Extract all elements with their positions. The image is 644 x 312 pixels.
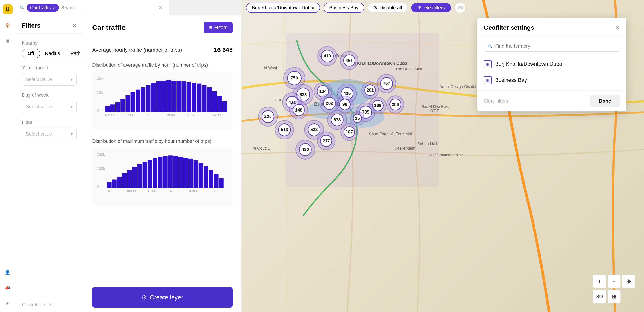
day-of-week-label: Day of week (22, 92, 77, 98)
cluster-0[interactable]: 419 (318, 46, 337, 66)
nearby-radius-btn[interactable]: Radius (40, 49, 65, 58)
filters-btn-icon: ≡ (209, 25, 212, 30)
car-traffic-tag[interactable]: Car traffic ✕ (27, 4, 59, 12)
svg-text:10:00: 10:00 (148, 189, 156, 193)
nearby-path-btn[interactable]: Path (65, 49, 86, 58)
geo-tag-business-bay[interactable]: Business Bay (324, 3, 364, 13)
geofilter-header: Geofilter settings ✕ (477, 18, 626, 36)
svg-text:15:00: 15:00 (166, 113, 175, 117)
svg-rect-4 (110, 104, 115, 112)
cluster-18[interactable]: 513 (275, 120, 294, 139)
minimize-button[interactable]: — (147, 4, 155, 12)
svg-rect-20 (192, 83, 196, 112)
svg-text:06:00: 06:00 (127, 189, 136, 193)
location-button[interactable]: ◈ (622, 275, 635, 288)
geofilter-title: Geofilter settings (484, 24, 534, 31)
svg-rect-12 (151, 83, 156, 112)
cluster-inner-9: 202 (323, 97, 336, 110)
create-layer-icon: ⊙ (142, 294, 147, 301)
svg-text:07:00: 07:00 (126, 113, 134, 117)
cluster-inner-21: 217 (320, 135, 332, 147)
sidebar-home-icon[interactable]: 🏠 (3, 21, 12, 30)
cluster-7[interactable]: 757 (377, 74, 396, 93)
disable-all-label: Disable all (380, 5, 402, 11)
geofilter-item-business-bay[interactable]: ▦ Business Bay (484, 72, 620, 88)
svg-rect-19 (187, 82, 191, 112)
svg-rect-49 (173, 156, 178, 188)
disable-icon: ⊘ (374, 5, 377, 11)
svg-rect-37 (112, 179, 117, 188)
filters-title: Filters (22, 22, 40, 29)
geofilter-clear-button[interactable]: Clear filters (484, 98, 508, 104)
clear-filters-icon: ✕ (48, 302, 52, 307)
3d-mode-button[interactable]: 3D (593, 290, 606, 303)
nearby-off-btn[interactable]: Off (22, 49, 40, 58)
geofilters-button[interactable]: ▼ Geofilters (411, 3, 451, 12)
sidebar-user-icon[interactable]: 👤 (3, 268, 12, 277)
svg-rect-3 (105, 106, 110, 112)
cluster-17[interactable]: 25 (350, 111, 364, 126)
svg-rect-47 (163, 156, 167, 188)
cluster-inner-12: 309 (390, 99, 401, 110)
cluster-12[interactable]: 309 (386, 95, 404, 113)
cluster-21[interactable]: 217 (317, 131, 336, 150)
geofilter-search-input[interactable] (495, 43, 616, 49)
svg-text:250k: 250k (97, 152, 105, 157)
geofilter-item-bay-label: Business Bay (495, 77, 527, 83)
svg-text:23:00: 23:00 (214, 189, 222, 193)
svg-rect-24 (212, 91, 217, 112)
filters-button[interactable]: ≡ Filters (204, 22, 232, 33)
svg-rect-36 (107, 182, 111, 188)
svg-rect-45 (153, 158, 157, 188)
year-month-dropdown[interactable]: Select value ▾ (22, 73, 77, 86)
chart2-container: Distribution of maximum traffic by hour … (92, 138, 232, 206)
disable-all-button[interactable]: ⊘ Disable all (368, 3, 408, 13)
sidebar-stack-icon[interactable]: ≡ (3, 52, 12, 60)
cluster-inner-15: 225 (262, 110, 274, 123)
hour-dropdown[interactable]: Select value ▾ (22, 128, 77, 140)
create-layer-button[interactable]: ⊙ Create layer (92, 287, 232, 307)
data-panel-header: Car traffic ≡ Filters (84, 16, 242, 40)
map-book-button[interactable]: 📖 (455, 2, 466, 13)
close-button[interactable]: ✕ (157, 4, 165, 12)
cluster-5[interactable]: 201 (361, 81, 379, 99)
cluster-20[interactable]: 107 (340, 123, 358, 141)
geofilter-item-burj-khalifa[interactable]: ▦ Burj Khalifa/Downtown Dubai (484, 56, 620, 72)
day-of-week-dropdown[interactable]: Select value ▾ (22, 101, 77, 113)
cluster-15[interactable]: 225 (258, 107, 278, 126)
geo-tag-business-bay-label: Business Bay (329, 5, 358, 11)
close-filters-icon[interactable]: ✕ (72, 23, 77, 29)
cluster-1[interactable]: 451 (340, 51, 359, 70)
zoom-out-button[interactable]: − (608, 275, 621, 288)
geofilter-item-burj-icon: ▦ (484, 60, 492, 68)
filters-panel: Filters ✕ Nearby Off Radius Path Year - … (16, 16, 84, 312)
hour-filter-group: Hour Select value ▾ (22, 119, 77, 140)
search-input[interactable] (61, 5, 144, 11)
cluster-13[interactable]: 148 (290, 101, 308, 119)
svg-text:19:00: 19:00 (187, 113, 195, 117)
chart1-title: Distribution of average traffic by hour … (92, 62, 232, 68)
filters-btn-label: Filters (214, 25, 227, 30)
sidebar-widget-icon[interactable]: ⊞ (3, 299, 12, 307)
tag-label: Car traffic (30, 5, 51, 11)
svg-rect-13 (156, 81, 161, 112)
geofilter-footer: Clear filters Done (477, 90, 626, 111)
sidebar-layers-icon[interactable]: ▣ (3, 36, 12, 45)
geo-tag-burj-khalifa[interactable]: Burj Khalifa/Downtown Dubai (246, 3, 320, 13)
svg-rect-8 (131, 92, 135, 112)
filters-footer: Clear filters ✕ (16, 297, 83, 312)
svg-rect-17 (176, 81, 181, 112)
layers-button[interactable]: ⊞ (608, 290, 621, 303)
geofilter-done-button[interactable]: Done (590, 95, 620, 107)
cluster-22[interactable]: 430 (296, 140, 315, 160)
geofilter-close-icon[interactable]: ✕ (616, 25, 620, 31)
cluster-inner-1: 451 (343, 54, 355, 66)
clear-filters-button[interactable]: Clear filters ✕ (22, 302, 52, 307)
zoom-in-button[interactable]: + (593, 275, 606, 288)
svg-rect-46 (158, 157, 162, 188)
tag-close-icon[interactable]: ✕ (52, 5, 56, 10)
app-logo: U (3, 5, 12, 14)
svg-rect-58 (219, 179, 224, 188)
sidebar-megaphone-icon[interactable]: 📣 (3, 283, 12, 292)
svg-text:14:00: 14:00 (168, 189, 176, 193)
